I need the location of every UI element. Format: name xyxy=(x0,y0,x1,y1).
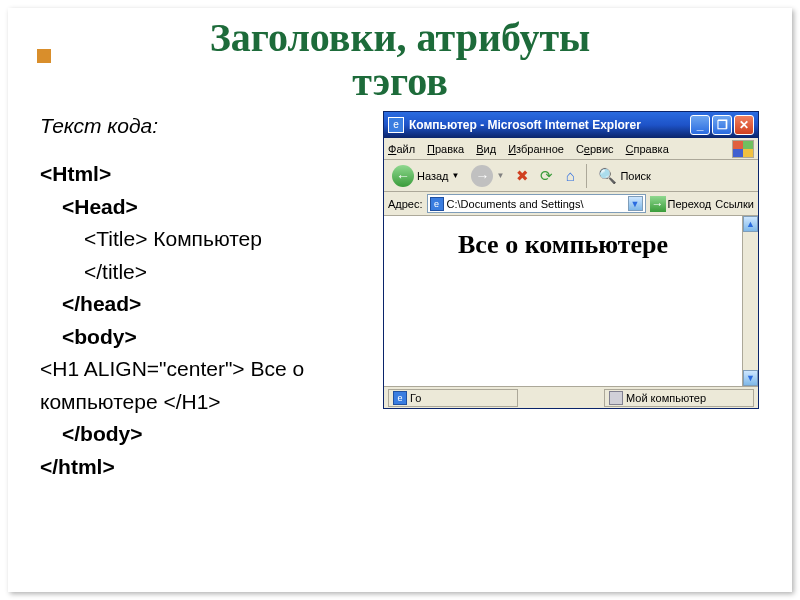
menu-favorites[interactable]: Избранное xyxy=(508,143,564,155)
text-title: Компьютер xyxy=(147,227,262,250)
forward-arrow-icon: → xyxy=(471,165,493,187)
tag-h1-open: <H1 ALIGN="center"> xyxy=(40,357,245,380)
code-label: Текст кода: xyxy=(40,114,380,138)
tag-h1-close: </H1> xyxy=(163,390,220,413)
zone-label: Мой компьютер xyxy=(626,392,706,404)
go-button[interactable]: → Переход xyxy=(650,196,712,212)
status-left: e Го xyxy=(388,389,518,407)
code-l3: <Title> Компьютер </title> xyxy=(40,223,380,288)
page-content: Все о компьютере ▲ ▼ xyxy=(384,216,758,386)
code-l6: <H1 ALIGN="center"> Все о компьютере </H… xyxy=(40,353,380,418)
menu-edit[interactable]: Правка xyxy=(427,143,464,155)
maximize-button[interactable]: ❐ xyxy=(712,115,732,135)
addressbar: Адрес: e C:\Documents and Settings\ ▼ → … xyxy=(384,192,758,216)
home-button[interactable]: ⌂ xyxy=(560,166,580,186)
code-l2: <Head> xyxy=(40,191,380,224)
titlebar[interactable]: e Компьютер - Microsoft Internet Explore… xyxy=(384,112,758,138)
close-button[interactable]: ✕ xyxy=(734,115,754,135)
search-label: Поиск xyxy=(620,170,650,182)
links-label[interactable]: Ссылки xyxy=(715,198,754,210)
page-icon: e xyxy=(430,197,444,211)
ie-status-icon: e xyxy=(393,391,407,405)
dropdown-icon: ▼ xyxy=(452,171,460,180)
status-text: Го xyxy=(410,392,421,404)
back-button[interactable]: ← Назад ▼ xyxy=(388,163,463,189)
bullet-decor xyxy=(37,49,51,63)
stop-button[interactable]: ✖ xyxy=(512,166,532,186)
scroll-up-button[interactable]: ▲ xyxy=(743,216,758,232)
ie-app-icon: e xyxy=(388,117,404,133)
tag-title-open: <Title> xyxy=(84,227,147,250)
scroll-down-button[interactable]: ▼ xyxy=(743,370,758,386)
go-label: Переход xyxy=(668,198,712,210)
code-l4: </head> xyxy=(40,288,380,321)
page-h1: Все о компьютере xyxy=(394,230,732,260)
go-arrow-icon: → xyxy=(650,196,666,212)
windows-logo-icon xyxy=(732,140,754,158)
minimize-button[interactable]: _ xyxy=(690,115,710,135)
code-column: Текст кода: <Html> <Head> <Title> Компью… xyxy=(40,114,380,483)
menu-help[interactable]: Справка xyxy=(626,143,669,155)
window-title: Компьютер - Microsoft Internet Explorer xyxy=(409,118,688,132)
address-label: Адрес: xyxy=(388,198,423,210)
menu-tools[interactable]: Сервис xyxy=(576,143,614,155)
statusbar: e Го Мой компьютер xyxy=(384,386,758,408)
search-button[interactable]: 🔍 Поиск xyxy=(593,164,654,188)
menu-file[interactable]: Файл xyxy=(388,143,415,155)
search-icon: 🔍 xyxy=(597,166,617,186)
code-l5: <body> xyxy=(40,321,380,354)
status-zone: Мой компьютер xyxy=(604,389,754,407)
toolbar-separator xyxy=(586,164,587,188)
menu-view[interactable]: Вид xyxy=(476,143,496,155)
menubar: Файл Правка Вид Избранное Сервис Справка xyxy=(384,138,758,160)
refresh-button[interactable]: ⟳ xyxy=(536,166,556,186)
code-l8: </html> xyxy=(40,451,380,484)
back-arrow-icon: ← xyxy=(392,165,414,187)
tag-title-close: </title> xyxy=(84,260,147,283)
address-path: C:\Documents and Settings\ xyxy=(447,198,625,210)
address-input[interactable]: e C:\Documents and Settings\ ▼ xyxy=(427,194,646,213)
address-dropdown-icon[interactable]: ▼ xyxy=(628,196,643,211)
forward-button[interactable]: → ▼ xyxy=(467,163,508,189)
ie-window: e Компьютер - Microsoft Internet Explore… xyxy=(383,111,759,409)
code-l1: <Html> xyxy=(40,158,380,191)
code-l7: </body> xyxy=(40,418,380,451)
back-label: Назад xyxy=(417,170,449,182)
dropdown-icon: ▼ xyxy=(496,171,504,180)
my-computer-icon xyxy=(609,391,623,405)
toolbar: ← Назад ▼ → ▼ ✖ ⟳ ⌂ 🔍 Поиск xyxy=(384,160,758,192)
vertical-scrollbar[interactable]: ▲ ▼ xyxy=(742,216,758,386)
